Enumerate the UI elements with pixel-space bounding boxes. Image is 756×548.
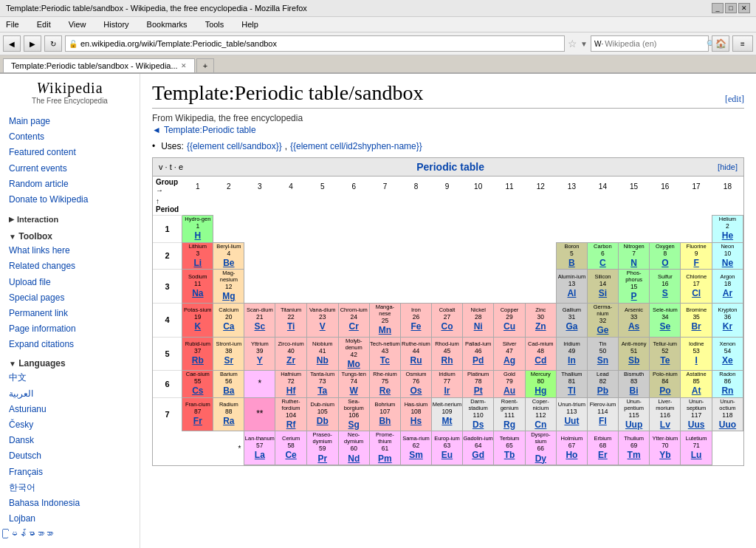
menu-tools[interactable]: Tools [202,18,227,30]
element-Os[interactable]: Osmium 76 Os [400,371,431,398]
element-Re[interactable]: Rhe-nium 75 Re [369,371,400,398]
element-C[interactable]: Carbon 6 C [587,242,618,270]
element-Uup[interactable]: Unun-pentium 115 Uup [618,397,649,431]
element-Uus[interactable]: Unun-septium 117 Uus [681,397,712,431]
interaction-toggle[interactable]: ▶ Interaction [9,213,131,225]
element-Ru[interactable]: Ruthe-nium 44 Ru [400,337,431,371]
element-Mg[interactable]: Mag-nesium 12 Mg [213,270,244,304]
sidebar-item-random-article[interactable]: Random article [9,177,131,192]
sidebar-item-related-changes[interactable]: Related changes [9,258,131,274]
element-Cu[interactable]: Copper 29 Cu [494,303,525,337]
sidebar-lang-da[interactable]: Dansk [9,433,131,448]
element-Pm[interactable]: Prome-thium 61 Pm [369,431,400,465]
sidebar-item-featured-content[interactable]: Featured content [9,145,131,160]
element-Rf[interactable]: Ruther-fordium 104 Rf [275,397,307,431]
refresh-icon[interactable]: ▼ [580,40,588,48]
minimize-button[interactable]: _ [712,3,724,13]
sidebar-lang-fr[interactable]: Français [9,465,131,480]
element-Ir[interactable]: Iridium 77 Ir [431,371,462,398]
element-Eu[interactable]: Europ-ium 63 Eu [431,431,462,465]
element-N[interactable]: Nitrogen 7 N [618,242,649,270]
element-Zr[interactable]: Zirco-nium 40 Zr [275,337,307,371]
menu-file[interactable]: File [3,18,22,30]
element-At[interactable]: Astatine 85 At [681,371,712,398]
menu-button[interactable]: ≡ [732,35,753,52]
back-button[interactable]: ◀ [3,35,21,52]
element-Tl[interactable]: Thallium 81 Tl [556,371,587,398]
element-Po[interactable]: Polo-nium 84 Po [650,371,681,398]
element-Lv[interactable]: Liver-morium 116 Lv [650,397,681,431]
close-button[interactable]: ✕ [738,3,750,13]
element-Sg[interactable]: Sea-borgium 106 Sg [338,397,369,431]
element-As[interactable]: Arsenic 33 As [618,303,649,337]
element-W[interactable]: Tungs-ten 74 W [338,371,369,398]
element-Ti[interactable]: Titanium 22 Ti [275,303,307,337]
element-Dy[interactable]: Dyspro-sium 66 Dy [525,431,556,465]
element-Ba[interactable]: Barium 56 Ba [213,371,244,398]
sidebar-lang-cs[interactable]: Česky [9,417,131,433]
element-Te[interactable]: Tellur-ium 52 Te [650,337,681,371]
sidebar-item-donate[interactable]: Donate to Wikipedia [9,192,131,208]
element-Sr[interactable]: Stront-ium 38 Sr [213,337,244,371]
sidebar-item-page-information[interactable]: Page information [9,321,131,337]
forward-button[interactable]: ▶ [24,35,41,52]
element-I[interactable]: Iodine 53 I [681,337,712,371]
element-Ag[interactable]: Silver 47 Ag [494,337,525,371]
element-cell-sandbox-link[interactable]: {{element cell/sandbox}} [187,141,282,151]
element-P[interactable]: Phos-phorus 15 P [618,270,649,304]
element-La[interactable]: Lan-thanum 57 La [244,431,275,465]
element-Lu[interactable]: Lutetium 71 Lu [681,431,712,465]
element-Fe[interactable]: Iron 26 Fe [400,303,431,337]
element-Ne[interactable]: Neon 10 Ne [712,242,743,270]
sidebar-lang-ko[interactable]: 한국어 [9,480,131,496]
element-O[interactable]: Oxygen 8 O [650,242,681,270]
menu-history[interactable]: History [100,18,131,30]
element-Tb[interactable]: Terbium 65 Tb [494,431,525,465]
element-Sn[interactable]: Tin 50 Sn [587,337,618,371]
sidebar-item-contents[interactable]: Contents [9,129,131,145]
element-Cn[interactable]: Coper-nicium 112 Cn [525,397,556,431]
element-Fr[interactable]: Fran-cium 87 Fr [182,397,213,431]
sidebar-item-special-pages[interactable]: Special pages [9,290,131,306]
edit-link[interactable]: [edit] [725,94,744,105]
bookmark-star-icon[interactable]: ☆ [568,38,577,49]
element-Tm[interactable]: Thulium 69 Tm [618,431,649,465]
element-Pt[interactable]: Platinum 78 Pt [462,371,493,398]
element-Al[interactable]: Alumin-ium 13 Al [556,270,587,304]
sidebar-item-expand-citations[interactable]: Expand citations [9,337,131,352]
element-Ni[interactable]: Nickel 28 Ni [462,303,493,337]
element-Si[interactable]: Silicon 14 Si [587,270,618,304]
element-V[interactable]: Vana-dium 23 V [306,303,338,337]
element-Cr[interactable]: Chrom-ium 24 Cr [338,303,369,337]
element-Er[interactable]: Erbium 68 Er [587,431,618,465]
element-Rh[interactable]: Rhod-ium 45 Rh [431,337,462,371]
element-Na[interactable]: Sodium 11 Na [182,270,213,304]
sidebar-lang-jbo[interactable]: Lojban [9,511,131,527]
element-Ga[interactable]: Gallium 31 Ga [556,303,587,337]
element-Ds[interactable]: Darm-stadium 110 Ds [462,397,493,431]
sidebar-item-main-page[interactable]: Main page [9,114,131,129]
template-link[interactable]: Template:Periodic table [164,125,256,135]
maximize-button[interactable]: □ [725,3,737,13]
element-Sm[interactable]: Sama-rium 62 Sm [400,431,431,465]
sidebar-item-upload-file[interactable]: Upload file [9,275,131,290]
tab-close-icon[interactable]: ✕ [181,62,187,69]
sidebar-lang-id[interactable]: Bahasa Indonesia [9,496,131,511]
element-Cs[interactable]: Cae-sium 55 Cs [182,371,213,398]
new-tab-button[interactable]: + [196,58,214,72]
address-input[interactable] [80,39,561,48]
element-Br[interactable]: Bromine 35 Br [681,303,712,337]
element-Kr[interactable]: Krypton 36 Kr [712,303,743,337]
menu-bookmarks[interactable]: Bookmarks [144,18,190,30]
menu-edit[interactable]: Edit [34,18,54,30]
element-Ar[interactable]: Argon 18 Ar [712,270,743,304]
element-Ra[interactable]: Radium 88 Ra [213,397,244,431]
element-Li[interactable]: Lithium 3 Li [182,242,213,270]
element-Ca[interactable]: Calcium 20 Ca [213,303,244,337]
element-Pr[interactable]: Praseo-dymium 59 Pr [306,431,338,465]
element-S[interactable]: Sulfur 16 S [650,270,681,304]
element-Be[interactable]: Beryl-lium 4 Be [213,242,244,270]
element-Bi[interactable]: Bismuth 83 Bi [618,371,649,398]
element-F[interactable]: Fluorine 9 F [681,242,712,270]
element-Cd[interactable]: Cad-mium 48 Cd [525,337,556,371]
